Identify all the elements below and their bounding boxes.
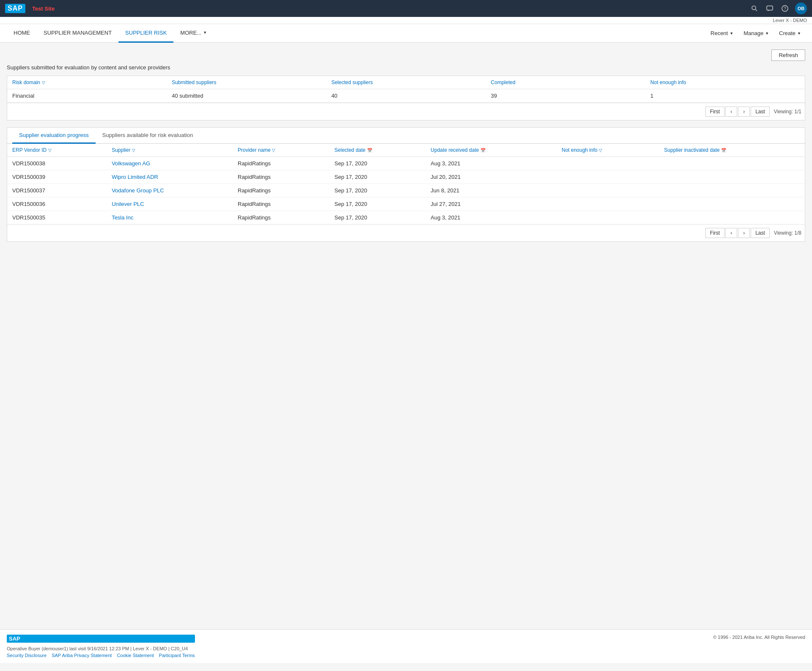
create-chevron: ▼ <box>797 31 801 36</box>
footer-link-security[interactable]: Security Disclosure <box>7 653 47 658</box>
footer-operative-text: Operative Buyer (demouser1) last visit 9… <box>7 646 195 651</box>
erp-vendor-id-cell: VDR1500036 <box>7 197 107 211</box>
supplier-cell-link[interactable]: Volkswagen AG <box>112 160 150 167</box>
eval-next-button[interactable]: › <box>738 228 750 238</box>
footer-link-cookie[interactable]: Cookie Statement <box>117 653 154 658</box>
supplier-inactivated-date-cell <box>659 197 805 211</box>
footer-copyright: © 1996 - 2021 Ariba Inc. All Rights Rese… <box>713 635 805 640</box>
footer-sap-logo: SAP <box>7 635 195 643</box>
supplier-cell[interactable]: Unilever PLC <box>107 197 233 211</box>
summary-table-container: Risk domain ▽ Submitted suppliers Select… <box>7 76 805 121</box>
eval-first-button[interactable]: First <box>705 228 724 238</box>
erp-vendor-filter-icon[interactable]: ▽ <box>48 148 52 153</box>
eval-table-row: VDR1500039Wipro Limited ADRRapidRatingsS… <box>7 170 805 184</box>
th-erp-vendor-id: ERP Vendor ID ▽ <box>7 144 107 157</box>
nav-more[interactable]: MORE... ▼ <box>173 24 214 43</box>
summary-next-button[interactable]: › <box>738 107 750 117</box>
tenant-row: Lever X - DEMO <box>0 17 812 24</box>
erp-vendor-id-cell: VDR1500039 <box>7 170 107 184</box>
risk-domain-filter-icon[interactable]: ▽ <box>42 80 45 85</box>
inactivated-date-calendar-icon[interactable]: 📅 <box>721 148 726 153</box>
provider-filter-icon[interactable]: ▽ <box>272 148 275 153</box>
supplier-inactivated-date-cell <box>659 157 805 170</box>
supplier-cell-link[interactable]: Tesla Inc <box>112 214 133 221</box>
col-submitted-suppliers: Submitted suppliers <box>167 76 326 89</box>
nav-home[interactable]: HOME <box>7 24 37 43</box>
help-icon[interactable]: ? <box>780 3 790 14</box>
nav-supplier-risk[interactable]: SUPPLIER RISK <box>118 24 173 43</box>
summary-last-button[interactable]: Last <box>751 107 770 117</box>
eval-table-body: VDR1500038Volkswagen AGRapidRatingsSep 1… <box>7 157 805 225</box>
summary-first-button[interactable]: First <box>705 107 724 117</box>
footer-link-participant[interactable]: Participant Terms <box>159 653 195 658</box>
svg-rect-2 <box>767 6 773 10</box>
cell-not-enough-info: 1 <box>645 89 805 102</box>
selected-date-cell: Sep 17, 2020 <box>329 211 426 225</box>
recent-chevron: ▼ <box>730 31 733 36</box>
not-enough-info-filter-icon[interactable]: ▽ <box>599 148 602 153</box>
sap-logo: SAP <box>5 4 25 13</box>
update-date-calendar-icon[interactable]: 📅 <box>480 148 486 153</box>
create-button[interactable]: Create ▼ <box>775 27 805 39</box>
supplier-cell[interactable]: Wipro Limited ADR <box>107 170 233 184</box>
summary-table-header: Risk domain ▽ Submitted suppliers Select… <box>7 76 805 89</box>
manage-chevron: ▼ <box>765 31 769 36</box>
erp-vendor-id-cell: VDR1500038 <box>7 157 107 170</box>
selected-date-cell: Sep 17, 2020 <box>329 157 426 170</box>
eval-prev-button[interactable]: ‹ <box>725 228 737 238</box>
nav-supplier-management[interactable]: SUPPLIER MANAGEMENT <box>37 24 118 43</box>
recent-button[interactable]: Recent ▼ <box>706 27 738 39</box>
footer-links: Security Disclosure SAP Ariba Privacy St… <box>7 653 195 658</box>
supplier-inactivated-date-cell <box>659 184 805 197</box>
eval-pagination: First ‹ › Last Viewing: 1/8 <box>7 224 805 241</box>
supplier-cell-link[interactable]: Unilever PLC <box>112 201 144 207</box>
selected-date-cell: Sep 17, 2020 <box>329 197 426 211</box>
th-supplier: Supplier ▽ <box>107 144 233 157</box>
footer-link-privacy[interactable]: SAP Ariba Privacy Statement <box>52 653 112 658</box>
supplier-cell[interactable]: Vodafone Group PLC <box>107 184 233 197</box>
supplier-cell[interactable]: Volkswagen AG <box>107 157 233 170</box>
col-not-enough-info: Not enough info <box>645 76 805 89</box>
top-header: SAP Test Site ? OB <box>0 0 812 17</box>
tab-supplier-evaluation-progress[interactable]: Supplier evaluation progress <box>12 128 96 144</box>
selected-date-cell: Sep 17, 2020 <box>329 184 426 197</box>
sap-logo-text: SAP <box>5 4 25 13</box>
supplier-filter-icon[interactable]: ▽ <box>132 148 135 153</box>
eval-table-row: VDR1500036Unilever PLCRapidRatingsSep 17… <box>7 197 805 211</box>
eval-table: ERP Vendor ID ▽ Supplier ▽ Provider name… <box>7 144 805 224</box>
cell-submitted: 40 submitted <box>167 89 326 102</box>
cell-selected: 40 <box>326 89 486 102</box>
selected-date-calendar-icon[interactable]: 📅 <box>367 148 372 153</box>
col-completed: Completed <box>486 76 645 89</box>
eval-last-button[interactable]: Last <box>751 228 770 238</box>
search-icon[interactable] <box>749 3 760 14</box>
user-avatar[interactable]: OB <box>795 3 807 14</box>
provider-name-cell: RapidRatings <box>233 170 329 184</box>
supplier-cell[interactable]: Tesla Inc <box>107 211 233 225</box>
not-enough-info-cell <box>557 197 659 211</box>
update-received-date-cell: Jul 20, 2021 <box>425 170 557 184</box>
summary-prev-button[interactable]: ‹ <box>725 107 737 117</box>
summary-table-row: Financial 40 submitted 40 39 1 <box>7 89 805 103</box>
th-update-received-date: Update received date 📅 <box>425 144 557 157</box>
svg-point-0 <box>752 6 756 10</box>
tabs-bar: Supplier evaluation progress Suppliers a… <box>7 128 805 144</box>
th-not-enough-info: Not enough info ▽ <box>557 144 659 157</box>
supplier-cell-link[interactable]: Vodafone Group PLC <box>112 187 164 194</box>
selected-date-cell: Sep 17, 2020 <box>329 170 426 184</box>
tenant-label: Lever X - DEMO <box>773 18 807 23</box>
supplier-cell-link[interactable]: Wipro Limited ADR <box>112 174 158 180</box>
svg-line-1 <box>755 9 757 11</box>
supplier-inactivated-date-cell <box>659 170 805 184</box>
messages-icon[interactable] <box>765 3 775 14</box>
not-enough-info-cell <box>557 184 659 197</box>
eval-viewing-label: Viewing: 1/8 <box>774 230 801 236</box>
manage-button[interactable]: Manage ▼ <box>739 27 773 39</box>
tab-suppliers-available[interactable]: Suppliers available for risk evaluation <box>96 128 200 144</box>
footer-left: SAP Operative Buyer (demouser1) last vis… <box>7 635 195 658</box>
th-selected-date: Selected date 📅 <box>329 144 426 157</box>
erp-vendor-id-cell: VDR1500035 <box>7 211 107 225</box>
refresh-button[interactable]: Refresh <box>771 49 805 61</box>
eval-table-row: VDR1500038Volkswagen AGRapidRatingsSep 1… <box>7 157 805 170</box>
th-provider-name: Provider name ▽ <box>233 144 329 157</box>
